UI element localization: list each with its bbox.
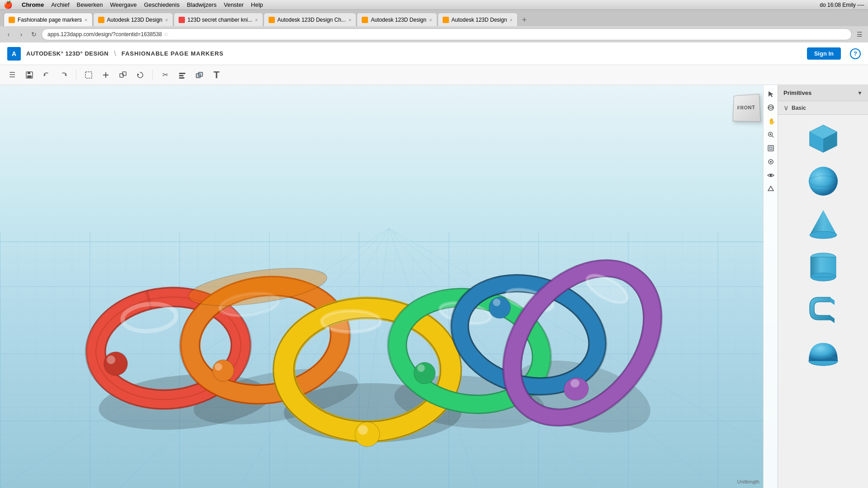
tab-123d-5[interactable]: Autodesk 123D Design × — [438, 13, 518, 26]
menu-archief[interactable]: Archief — [51, 1, 69, 8]
project-name: FASHIONABLE PAGE MARKERS — [122, 50, 224, 57]
text-button[interactable]: T — [210, 68, 223, 82]
svg-point-97 — [810, 231, 837, 239]
mac-right-status: do 16:08 Emily ---- — [820, 2, 864, 8]
pan-tool-button[interactable]: ✋ — [765, 116, 776, 127]
svg-rect-1 — [28, 72, 30, 74]
redo-button[interactable] — [57, 68, 71, 82]
tab-label-5: Autodesk 123D Design — [452, 17, 507, 23]
tab-123d-3[interactable]: Autodesk 123D Design Ch... × — [264, 13, 357, 26]
forward-button[interactable]: › — [16, 29, 26, 39]
cut-button[interactable]: ✂ — [158, 68, 172, 82]
svg-point-94 — [809, 167, 838, 196]
tab-secret[interactable]: 123D secret chamber kni... × — [174, 13, 263, 26]
primitive-bracket[interactable] — [782, 288, 864, 329]
tab-close-3[interactable]: × — [349, 17, 351, 23]
svg-rect-86 — [769, 147, 772, 150]
tab-close-5[interactable]: × — [509, 17, 512, 23]
app-header: A AUTODESK° 123D° DESIGN \ FASHIONABLE P… — [0, 42, 868, 65]
view-cube[interactable]: FRONT — [732, 94, 764, 126]
tab-close-4[interactable]: × — [429, 17, 432, 23]
tab-fashionable[interactable]: Fashionable page markers × — [4, 13, 93, 26]
combine-button[interactable] — [193, 68, 206, 82]
menu-bladwijzers[interactable]: Bladwijzers — [187, 1, 217, 8]
cube-label: FRONT — [737, 104, 755, 110]
panel-basic-header: ∨ Basic — [778, 101, 868, 115]
clock-display: do 16:08 Emily ---- — [820, 2, 864, 8]
select-all-button[interactable] — [82, 68, 95, 82]
main-content: FRONT ✋ — [0, 85, 868, 488]
tab-favicon-1 — [98, 17, 104, 23]
basic-chevron-icon[interactable]: ∨ — [783, 103, 789, 112]
viewport[interactable]: FRONT ✋ — [0, 85, 778, 488]
svg-point-89 — [769, 174, 772, 177]
orbit-tool-button[interactable] — [765, 102, 776, 113]
back-button[interactable]: ‹ — [4, 29, 14, 39]
app-title-section: AUTODESK° 123D° DESIGN \ FASHIONABLE PAG… — [26, 50, 224, 58]
new-tab-button[interactable]: + — [518, 14, 531, 26]
svg-text:✋: ✋ — [768, 117, 774, 125]
basic-label: Basic — [792, 105, 806, 111]
browser-chrome: Fashionable page markers × Autodesk 123D… — [0, 10, 868, 42]
autodesk-logo: A — [7, 47, 21, 61]
sign-in-button[interactable]: Sign In — [807, 47, 841, 60]
tab-label-0: Fashionable page markers — [18, 17, 82, 23]
menu-toggle-button[interactable]: ☰ — [5, 68, 19, 82]
fit-view-button[interactable] — [765, 143, 776, 154]
svg-rect-13 — [179, 77, 184, 79]
primitive-half-sphere[interactable] — [782, 331, 864, 371]
primitive-cone[interactable] — [782, 203, 864, 244]
refresh-button[interactable] — [133, 68, 147, 82]
bookmark-star-icon[interactable]: ☆ — [164, 31, 169, 38]
svg-point-55 — [355, 422, 380, 447]
tab-123d-1[interactable]: Autodesk 123D Design × — [93, 13, 173, 26]
tab-close-2[interactable]: × — [255, 17, 258, 23]
menu-bewerken[interactable]: Bewerken — [77, 1, 103, 8]
toolbar: ☰ ✂ T — [0, 65, 868, 85]
address-field[interactable]: apps.123dapp.com/design/?contentid=16385… — [42, 28, 852, 40]
add-shape-button[interactable] — [99, 68, 113, 82]
primitives-grid — [778, 115, 868, 375]
tab-close-0[interactable]: × — [85, 17, 87, 23]
visibility-button[interactable] — [765, 170, 776, 181]
transform-button[interactable] — [116, 68, 130, 82]
primitive-cube[interactable] — [782, 118, 864, 159]
menu-geschiedenis[interactable]: Geschiedenis — [144, 1, 179, 8]
settings-button[interactable]: ☰ — [854, 29, 864, 39]
right-toolbar: ✋ — [763, 85, 778, 488]
panel-title: Primitives — [783, 89, 854, 96]
tab-favicon-0 — [9, 17, 15, 23]
select-tool-button[interactable] — [765, 89, 776, 99]
align-button[interactable] — [175, 68, 189, 82]
panel-header: Primitives ▼ — [778, 85, 868, 101]
panel-dropdown-icon[interactable]: ▼ — [857, 90, 863, 96]
menu-help[interactable]: Help — [251, 1, 263, 8]
unit-label: Unitlength — [737, 479, 760, 484]
help-button[interactable]: ? — [850, 48, 861, 59]
tab-favicon-2 — [179, 17, 185, 23]
tab-close-1[interactable]: × — [165, 17, 168, 23]
svg-rect-11 — [179, 73, 185, 74]
apple-menu[interactable]: 🍎 — [4, 0, 13, 9]
tab-label-2: 123D secret chamber kni... — [188, 17, 252, 23]
svg-marker-10 — [137, 73, 139, 76]
address-bar: ‹ › ↻ apps.123dapp.com/design/?contentid… — [0, 26, 868, 42]
reload-button[interactable]: ↻ — [29, 29, 39, 39]
save-button[interactable] — [23, 68, 36, 82]
material-button[interactable] — [765, 183, 776, 194]
address-url: apps.123dapp.com/design/?contentid=16385… — [47, 31, 162, 38]
primitive-sphere[interactable] — [782, 161, 864, 202]
view-options-button[interactable] — [765, 156, 776, 167]
tab-123d-4[interactable]: Autodesk 123D Design × — [357, 13, 437, 26]
zoom-tool-button[interactable] — [765, 129, 776, 140]
cube-front-face[interactable]: FRONT — [732, 94, 761, 122]
menu-weergave[interactable]: Weergave — [110, 1, 137, 8]
menu-chrome[interactable]: Chrome — [22, 1, 44, 8]
undo-button[interactable] — [40, 68, 53, 82]
menu-venster[interactable]: Venster — [224, 1, 244, 8]
app-name: AUTODESK° 123D° DESIGN — [26, 50, 108, 57]
tab-favicon-3 — [269, 17, 275, 23]
svg-rect-2 — [27, 75, 32, 78]
svg-point-56 — [358, 425, 368, 435]
primitive-cylinder[interactable] — [782, 246, 864, 286]
